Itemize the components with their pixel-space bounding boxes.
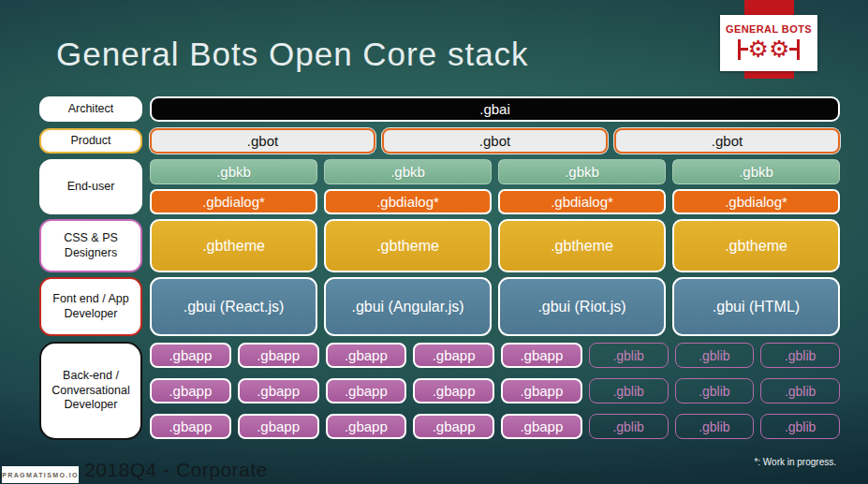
gbapp-box: .gbapp [501, 414, 582, 439]
gbapp-box: .gbapp [326, 414, 407, 439]
gblib-box: .gblib [675, 378, 755, 403]
logo-wordmark: GENERAL BOTS [726, 23, 812, 35]
gblib-box: .gblib [589, 414, 669, 439]
gbapp-box: .gbapp [326, 378, 407, 403]
gbapp-box: .gbapp [150, 343, 231, 368]
row-gbdialog: .gbdialog*.gbdialog*.gbdialog*.gbdialog* [150, 189, 840, 214]
gbapp-box: .gbapp [413, 378, 494, 403]
gbapp-box: .gbapp [326, 343, 407, 368]
gbui-box: .gbui (Riot.js) [498, 277, 666, 336]
gbapp-box: .gbapp [238, 343, 319, 368]
row-gbapp-3: .gbapp.gbapp.gbapp.gbapp.gbapp.gblib.gbl… [150, 414, 840, 439]
gbot-box: .gbot [150, 128, 375, 154]
role-label-front-end-app-developer: Font end / App Developer [39, 277, 142, 336]
gbdialog-box: .gbdialog* [672, 189, 840, 214]
row-gbai: .gbai [150, 96, 840, 122]
gblib-box: .gblib [589, 378, 669, 403]
gblib-box: .gblib [675, 414, 755, 439]
role-label-end-user: End-user [39, 159, 142, 214]
gbai-box: .gbai [150, 96, 840, 122]
role-label-product: Product [39, 128, 142, 154]
row-gbapp-2: .gbapp.gbapp.gbapp.gbapp.gbapp.gblib.gbl… [150, 378, 840, 403]
pragmatismo-brand-badge: PRAGMATISMO.IO [2, 466, 79, 483]
gear-icon: ⚙ [769, 37, 789, 61]
logo-right-line [789, 48, 797, 51]
role-label-back-end-conversational-developer: Back-end / Conversational Developer [39, 342, 142, 440]
gbtheme-box: .gbtheme [498, 219, 666, 272]
gbtheme-box: .gbtheme [150, 219, 317, 272]
gbapp-box: .gbapp [238, 414, 319, 439]
gblib-box: .gblib [760, 343, 840, 368]
gbot-box: .gbot [382, 128, 608, 154]
gblib-box: .gblib [589, 343, 669, 368]
gbapp-box: .gbapp [150, 414, 231, 439]
gbot-box: .gbot [614, 128, 840, 154]
footer-text: 2018Q4 - Corporate [84, 459, 268, 481]
gbapp-box: .gbapp [150, 378, 231, 403]
gbapp-box: .gbapp [413, 343, 494, 368]
gbkb-box: .gbkb [324, 159, 492, 184]
gbui-box: .gbui (HTML) [672, 277, 840, 336]
logo-left-line [741, 48, 748, 51]
gbkb-box: .gbkb [150, 159, 317, 184]
gblib-box: .gblib [760, 378, 840, 403]
logo-gears-icon: ⚙ ⚙ [738, 36, 800, 64]
row-gbui: .gbui (React.js).gbui (Angular.js).gbui … [150, 277, 840, 336]
gbkb-box: .gbkb [498, 159, 666, 184]
role-label-css-ps-designers: CSS & PS Designers [39, 219, 142, 272]
gbapp-box: .gbapp [238, 378, 319, 403]
work-in-progress-footnote: *: Work in progress. [754, 457, 836, 467]
gbdialog-box: .gbdialog* [498, 189, 666, 214]
gbui-box: .gbui (Angular.js) [324, 277, 492, 336]
gbdialog-box: .gbdialog* [324, 189, 492, 214]
general-bots-logo: GENERAL BOTS ⚙ ⚙ [720, 15, 817, 71]
gbui-box: .gbui (React.js) [150, 277, 317, 336]
gbdialog-box: .gbdialog* [150, 189, 317, 214]
gbapp-box: .gbapp [501, 378, 582, 403]
gear-icon: ⚙ [748, 37, 769, 61]
gbtheme-box: .gbtheme [324, 219, 492, 272]
gbkb-box: .gbkb [672, 159, 840, 184]
row-gbkb: .gbkb.gbkb.gbkb.gbkb [150, 159, 840, 184]
gblib-box: .gblib [675, 343, 755, 368]
gbapp-box: .gbapp [413, 414, 494, 439]
row-gbtheme: .gbtheme.gbtheme.gbtheme.gbtheme [150, 219, 840, 272]
row-gbot: .gbot.gbot.gbot [150, 128, 840, 154]
logo-right-bar [797, 39, 800, 60]
slide: General Bots Open Core stack GENERAL BOT… [0, 0, 868, 484]
row-gbapp-1: .gbapp.gbapp.gbapp.gbapp.gbapp.gblib.gbl… [150, 343, 840, 368]
role-label-architect: Architect [39, 96, 142, 122]
gbapp-box: .gbapp [501, 343, 582, 368]
gblib-box: .gblib [760, 414, 840, 439]
slide-title: General Bots Open Core stack [56, 36, 529, 73]
gbtheme-box: .gbtheme [672, 219, 840, 272]
